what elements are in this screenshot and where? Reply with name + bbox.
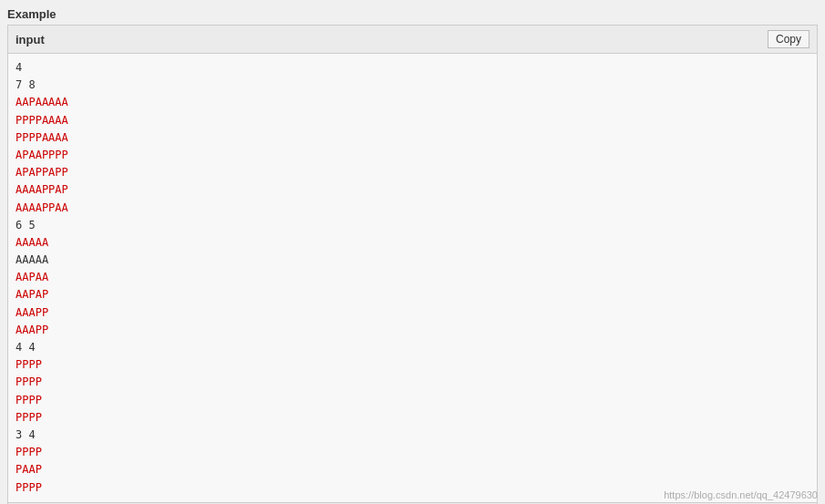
input-header: input Copy [8,26,817,54]
input-copy-button[interactable]: Copy [768,30,810,48]
list-item: 4 [15,59,810,77]
list-item: AAAAA [15,252,810,269]
list-item: AAAAA [15,234,810,252]
list-item: 6 5 [15,217,810,234]
watermark: https://blog.csdn.net/qq_42479630 [664,489,818,500]
list-item: PPPP [15,444,810,461]
list-item: AAAPP [15,304,810,322]
list-item: AAAPP [15,322,810,339]
list-item: PPPP [15,374,810,391]
list-item: PPPPAAAA [15,112,810,129]
list-item: APAAPPPP [15,147,810,164]
list-item: 4 4 [15,339,810,356]
list-item: AAPAA [15,269,810,286]
list-item: PPPPAAAA [15,129,810,147]
list-item: PPPP [15,356,810,374]
list-item: 3 4 [15,427,810,444]
input-content: 47 8AAPAAAAAPPPPAAAAPPPPAAAAAPAAPPPPAPAP… [8,54,817,502]
list-item: APAPPAPP [15,164,810,181]
list-item: AAPAAAAA [15,94,810,111]
list-item: AAAAPPAA [15,200,810,217]
list-item: 7 8 [15,77,810,94]
input-title: input [15,33,45,46]
example-label: Example [7,7,818,21]
list-item: PPPP [15,409,810,427]
input-section: input Copy 47 8AAPAAAAAPPPPAAAAPPPPAAAAA… [7,25,818,503]
list-item: PAAP [15,461,810,478]
list-item: PPPP [15,392,810,409]
list-item: AAPAP [15,286,810,303]
list-item: AAAAPPAP [15,181,810,199]
